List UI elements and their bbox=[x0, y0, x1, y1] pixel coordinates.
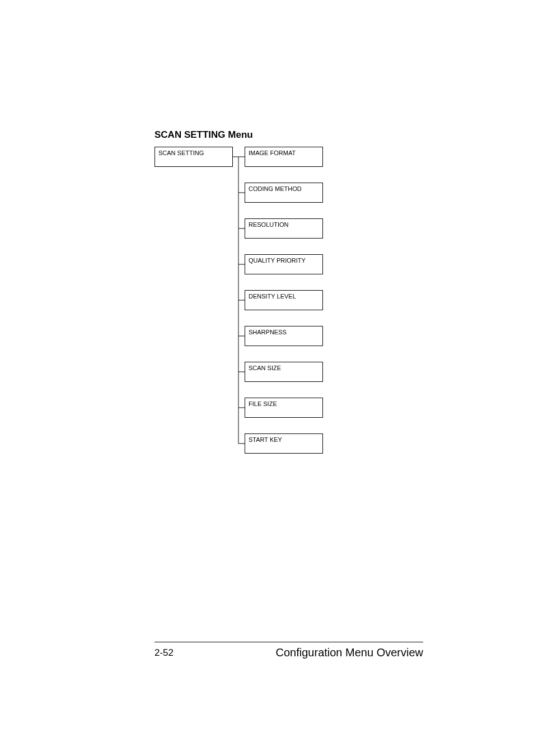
menu-item-label: SCAN SIZE bbox=[249, 365, 281, 371]
menu-item-label: CODING METHOD bbox=[249, 185, 302, 192]
menu-item-box: RESOLUTION bbox=[245, 218, 323, 239]
menu-item-label: QUALITY PRIORITY bbox=[249, 257, 306, 264]
menu-item-box: DENSITY LEVEL bbox=[245, 290, 323, 310]
menu-item-box: SHARPNESS bbox=[245, 326, 323, 346]
menu-item-box: SCAN SIZE bbox=[245, 362, 323, 382]
footer-title: Configuration Menu Overview bbox=[276, 646, 423, 659]
page-number: 2-52 bbox=[154, 647, 174, 659]
footer-rule bbox=[154, 642, 423, 642]
menu-item-box: IMAGE FORMAT bbox=[245, 147, 323, 167]
menu-item-label: IMAGE FORMAT bbox=[249, 150, 296, 156]
menu-item-label: DENSITY LEVEL bbox=[249, 293, 296, 300]
menu-item-label: FILE SIZE bbox=[249, 400, 277, 407]
menu-item-label: RESOLUTION bbox=[249, 221, 289, 228]
menu-item-label: SHARPNESS bbox=[249, 329, 287, 335]
section-heading: SCAN SETTING Menu bbox=[154, 129, 253, 141]
menu-root-box: SCAN SETTING bbox=[154, 147, 233, 167]
menu-item-box: FILE SIZE bbox=[245, 398, 323, 418]
menu-item-label: START KEY bbox=[249, 436, 282, 443]
menu-item-box: QUALITY PRIORITY bbox=[245, 254, 323, 274]
menu-item-box: CODING METHOD bbox=[245, 183, 323, 203]
menu-root-label: SCAN SETTING bbox=[158, 150, 204, 156]
menu-item-box: START KEY bbox=[245, 433, 323, 454]
